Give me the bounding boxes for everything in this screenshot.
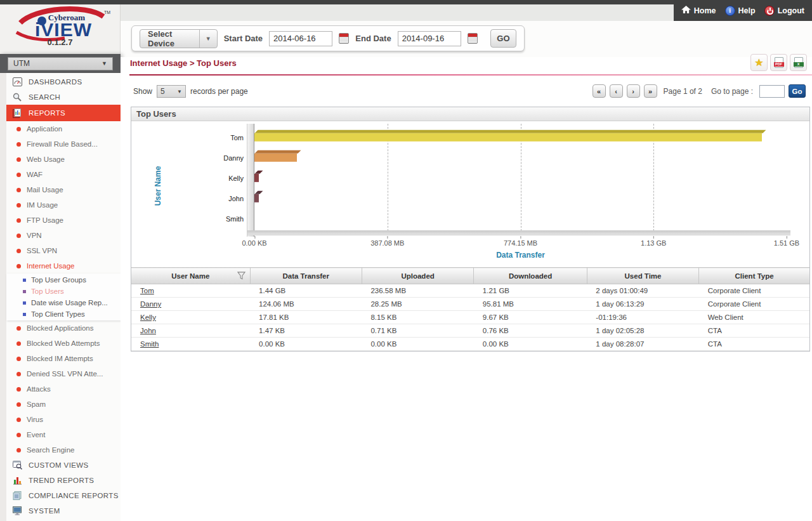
- goto-page-button[interactable]: Go: [789, 84, 806, 98]
- power-icon: [764, 6, 775, 16]
- goto-page-input[interactable]: [759, 85, 785, 98]
- sidebar-item-attacks[interactable]: Attacks: [6, 381, 121, 397]
- chart-3d-wall: [247, 124, 254, 237]
- bullet-icon: [16, 326, 21, 331]
- table-cell: 8.15 KB: [362, 311, 473, 324]
- table-row: Danny124.06 MB28.25 MB95.81 MB1 day 06:1…: [131, 298, 809, 311]
- user-link[interactable]: Smith: [140, 340, 159, 348]
- table-cell: 17.81 KB: [250, 311, 362, 324]
- calendar-icon[interactable]: [339, 33, 349, 44]
- user-link[interactable]: John: [140, 327, 156, 334]
- sidebar-item-label: Mail Usage: [27, 186, 63, 194]
- sidebar-item-label: Web Usage: [27, 155, 65, 163]
- bullet-icon: [16, 218, 21, 223]
- sidebar-item-web-usage[interactable]: Web Usage: [6, 152, 121, 167]
- table-cell: 0.00 KB: [250, 338, 362, 351]
- chevron-down-icon: ▼: [102, 60, 107, 67]
- sidebar-item-dashboards[interactable]: DASHBOARDS: [6, 74, 121, 89]
- select-device-dropdown[interactable]: Select Device ▼: [140, 29, 218, 48]
- logout-button[interactable]: Logout: [764, 6, 804, 16]
- sidebar-item-ssl-vpn[interactable]: SSL VPN: [6, 243, 121, 258]
- sidebar-subitem-date-wise-usage-rep[interactable]: Date wise Usage Rep...: [6, 297, 121, 308]
- sidebar-item-compliance-reports[interactable]: COMPLIANCE REPORTS: [6, 488, 121, 503]
- device-select-value: UTM: [13, 59, 30, 68]
- table-cell: 1 day 02:05:28: [587, 324, 698, 338]
- sidebar-item-vpn[interactable]: VPN: [6, 228, 121, 243]
- sidebar-item-internet-usage[interactable]: Internet Usage: [6, 258, 121, 274]
- sidebar-item-denied-ssl-vpn-atte[interactable]: Denied SSL VPN Atte...: [6, 366, 121, 381]
- sidebar-item-trend-reports[interactable]: TREND REPORTS: [6, 473, 121, 488]
- chart-bar-tom[interactable]: [254, 133, 762, 142]
- sidebar-item-search[interactable]: SEARCH: [6, 89, 121, 105]
- device-select[interactable]: UTM ▼: [8, 57, 113, 70]
- sidebar-item-label: Event: [27, 431, 45, 439]
- chart-bar-danny[interactable]: [254, 154, 297, 162]
- help-button[interactable]: i Help: [725, 6, 756, 16]
- start-date-input[interactable]: [269, 31, 332, 46]
- sidebar-item-event[interactable]: Event: [6, 427, 121, 442]
- export-xls-button[interactable]: X: [790, 54, 807, 71]
- table-cell: Web Client: [699, 311, 809, 324]
- col-used-time[interactable]: Used Time: [587, 268, 698, 284]
- sidebar-subitem-top-users[interactable]: Top Users: [6, 286, 121, 297]
- sidebar-item-system[interactable]: SYSTEM: [6, 503, 121, 518]
- sidebar-item-blocked-web-attempts[interactable]: Blocked Web Attempts: [6, 336, 121, 351]
- sidebar-item-mail-usage[interactable]: Mail Usage: [6, 182, 121, 197]
- chevron-down-icon: ▼: [199, 30, 217, 48]
- sidebar-item-search-engine[interactable]: Search Engine: [6, 442, 121, 458]
- export-pdf-button[interactable]: PDF: [770, 54, 787, 71]
- chart-3d-floor: [247, 230, 790, 235]
- user-link[interactable]: Danny: [140, 300, 161, 308]
- sidebar-item-application[interactable]: Application: [6, 121, 121, 136]
- col-user-name[interactable]: User Name: [131, 268, 250, 284]
- sidebar-item-firewall-rule-based[interactable]: Firewall Rule Based...: [6, 136, 121, 152]
- sidebar-item-virus[interactable]: Virus: [6, 412, 121, 427]
- chart-category-label: Tom: [230, 134, 244, 142]
- col-uploaded[interactable]: Uploaded: [362, 268, 473, 284]
- table-cell: Corporate Client: [699, 298, 809, 311]
- chart-bar-john[interactable]: [254, 194, 259, 202]
- sidebar-item-waf[interactable]: WAF: [6, 167, 121, 182]
- favorite-button[interactable]: ★: [750, 54, 768, 71]
- sidebar-item-blocked-applications[interactable]: Blocked Applications: [6, 320, 121, 336]
- chart-bar-top-face: [255, 130, 766, 133]
- sidebar-item-reports[interactable]: REPORTS: [6, 105, 121, 121]
- go-button[interactable]: GO: [490, 29, 516, 48]
- chart-bar-kelly[interactable]: [254, 174, 259, 182]
- records-per-page-label: records per page: [190, 87, 248, 96]
- breadcrumb-divider: [129, 74, 812, 76]
- sidebar-item-ftp-usage[interactable]: FTP Usage: [6, 213, 121, 228]
- user-link[interactable]: Tom: [140, 287, 154, 294]
- col-data-transfer[interactable]: Data Transfer: [250, 268, 362, 284]
- app-version: 0.1.2.7: [0, 37, 120, 47]
- table-cell: Danny: [131, 298, 250, 311]
- sidebar: UTM ▼ DASHBOARDSSEARCHREPORTSApplication…: [0, 54, 121, 521]
- sidebar-item-spam[interactable]: Spam: [6, 397, 121, 412]
- sidebar-subitem-label: Top Users: [31, 287, 64, 295]
- sidebar-item-im-usage[interactable]: IM Usage: [6, 197, 121, 213]
- x-axis-ticks: 0.00 KB387.08 MB774.15 MB1.13 GB1.51 GB: [254, 239, 787, 248]
- user-link[interactable]: Kelly: [140, 313, 156, 321]
- sidebar-subitem-label: Date wise Usage Rep...: [31, 299, 108, 307]
- home-button[interactable]: Home: [681, 5, 716, 16]
- sidebar-subitem-top-user-groups[interactable]: Top User Groups: [6, 274, 121, 286]
- next-page-button[interactable]: ›: [627, 84, 640, 98]
- filter-icon[interactable]: [237, 272, 246, 281]
- prev-page-button[interactable]: ‹: [610, 84, 623, 98]
- page-size-value: 5: [160, 87, 165, 96]
- sidebar-subitem-top-client-types[interactable]: Top Client Types: [6, 308, 121, 320]
- table-cell: 124.06 MB: [250, 298, 362, 311]
- first-page-button[interactable]: «: [593, 84, 606, 98]
- sidebar-item-blocked-im-attempts[interactable]: Blocked IM Attempts: [6, 351, 121, 366]
- end-date-input[interactable]: [398, 31, 461, 46]
- col-client-type[interactable]: Client Type: [699, 268, 809, 284]
- sidebar-item-label: Search Engine: [27, 446, 74, 454]
- page-size-select[interactable]: 5 ▼: [157, 85, 186, 98]
- col-downloaded[interactable]: Downloaded: [474, 268, 587, 284]
- chart-category-label: Danny: [223, 154, 244, 162]
- device-select-panel: UTM ▼: [0, 54, 121, 73]
- x-axis-tick: 0.00 KB: [242, 239, 266, 247]
- sidebar-item-custom-views[interactable]: CUSTOM VIEWS: [6, 458, 121, 473]
- calendar-icon[interactable]: [468, 33, 478, 44]
- last-page-button[interactable]: »: [644, 84, 657, 98]
